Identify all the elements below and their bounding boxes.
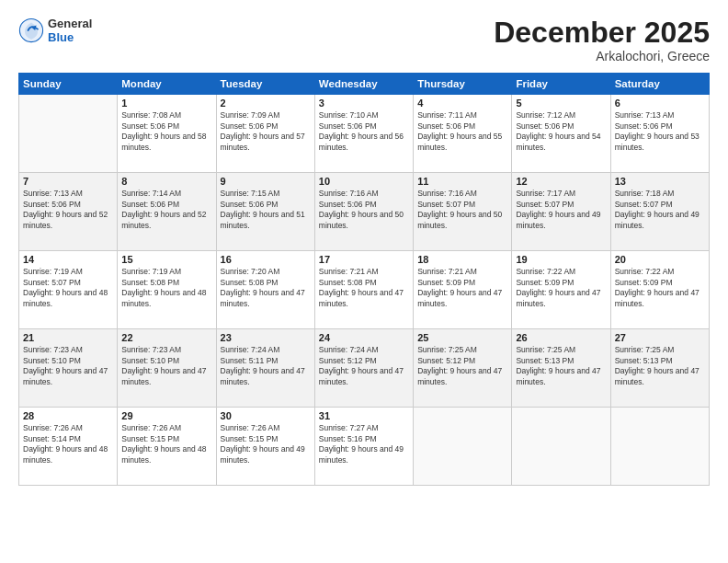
day-info: Sunrise: 7:17 AM Sunset: 5:07 PM Dayligh… [516, 189, 606, 231]
day-info: Sunrise: 7:27 AM Sunset: 5:16 PM Dayligh… [319, 423, 409, 465]
day-number: 11 [417, 176, 507, 187]
day-cell: 7Sunrise: 7:13 AM Sunset: 5:06 PM Daylig… [19, 173, 118, 251]
day-info: Sunrise: 7:19 AM Sunset: 5:07 PM Dayligh… [23, 267, 113, 309]
day-number: 17 [319, 254, 409, 265]
day-cell: 9Sunrise: 7:15 AM Sunset: 5:06 PM Daylig… [216, 173, 314, 251]
logo: General Blue [18, 17, 92, 44]
day-info: Sunrise: 7:15 AM Sunset: 5:06 PM Dayligh… [221, 189, 311, 231]
day-info: Sunrise: 7:23 AM Sunset: 5:10 PM Dayligh… [121, 345, 211, 387]
day-cell [610, 408, 709, 486]
day-number: 21 [23, 332, 113, 343]
day-info: Sunrise: 7:20 AM Sunset: 5:08 PM Dayligh… [221, 267, 311, 309]
logo-blue-text: Blue [48, 30, 92, 44]
day-number: 15 [121, 254, 211, 265]
day-cell: 13Sunrise: 7:18 AM Sunset: 5:07 PM Dayli… [610, 173, 709, 251]
day-cell: 11Sunrise: 7:16 AM Sunset: 5:07 PM Dayli… [414, 173, 512, 251]
day-cell: 20Sunrise: 7:22 AM Sunset: 5:09 PM Dayli… [610, 251, 709, 329]
day-number: 4 [417, 98, 507, 109]
location: Arkalochori, Greece [494, 49, 710, 63]
day-info: Sunrise: 7:21 AM Sunset: 5:09 PM Dayligh… [417, 267, 507, 309]
day-cell: 16Sunrise: 7:20 AM Sunset: 5:08 PM Dayli… [216, 251, 314, 329]
day-cell: 28Sunrise: 7:26 AM Sunset: 5:14 PM Dayli… [19, 408, 118, 486]
day-info: Sunrise: 7:21 AM Sunset: 5:08 PM Dayligh… [319, 267, 409, 309]
day-info: Sunrise: 7:25 AM Sunset: 5:13 PM Dayligh… [615, 345, 705, 387]
logo-icon [18, 17, 44, 43]
day-info: Sunrise: 7:09 AM Sunset: 5:06 PM Dayligh… [221, 110, 311, 153]
day-cell: 14Sunrise: 7:19 AM Sunset: 5:07 PM Dayli… [19, 251, 118, 329]
day-info: Sunrise: 7:26 AM Sunset: 5:15 PM Dayligh… [221, 423, 311, 465]
day-info: Sunrise: 7:23 AM Sunset: 5:10 PM Dayligh… [23, 345, 113, 387]
day-info: Sunrise: 7:16 AM Sunset: 5:06 PM Dayligh… [319, 189, 409, 231]
day-number: 24 [319, 332, 409, 343]
col-header-wednesday: Wednesday [314, 74, 413, 95]
day-cell [512, 408, 610, 486]
header: General Blue December 2025 Arkalochori, … [18, 17, 710, 63]
day-number: 2 [221, 98, 311, 109]
day-info: Sunrise: 7:13 AM Sunset: 5:06 PM Dayligh… [615, 110, 705, 153]
day-cell: 6Sunrise: 7:13 AM Sunset: 5:06 PM Daylig… [610, 95, 709, 173]
day-cell: 23Sunrise: 7:24 AM Sunset: 5:11 PM Dayli… [216, 329, 314, 408]
day-cell: 22Sunrise: 7:23 AM Sunset: 5:10 PM Dayli… [118, 329, 216, 408]
day-info: Sunrise: 7:19 AM Sunset: 5:08 PM Dayligh… [121, 267, 211, 309]
day-number: 12 [516, 176, 606, 187]
col-header-monday: Monday [118, 74, 216, 95]
week-row-3: 14Sunrise: 7:19 AM Sunset: 5:07 PM Dayli… [19, 251, 710, 329]
day-cell: 29Sunrise: 7:26 AM Sunset: 5:15 PM Dayli… [118, 408, 216, 486]
month-title: December 2025 [494, 17, 710, 49]
day-number: 8 [121, 176, 211, 187]
day-cell: 2Sunrise: 7:09 AM Sunset: 5:06 PM Daylig… [216, 95, 314, 173]
day-number: 13 [615, 176, 705, 187]
col-header-tuesday: Tuesday [216, 74, 314, 95]
day-cell: 15Sunrise: 7:19 AM Sunset: 5:08 PM Dayli… [118, 251, 216, 329]
day-info: Sunrise: 7:25 AM Sunset: 5:13 PM Dayligh… [516, 345, 606, 387]
day-cell: 4Sunrise: 7:11 AM Sunset: 5:06 PM Daylig… [414, 95, 512, 173]
day-number: 3 [319, 98, 409, 109]
day-number: 20 [615, 254, 705, 265]
day-cell: 24Sunrise: 7:24 AM Sunset: 5:12 PM Dayli… [314, 329, 413, 408]
day-info: Sunrise: 7:25 AM Sunset: 5:12 PM Dayligh… [417, 345, 507, 387]
col-header-friday: Friday [512, 74, 610, 95]
day-cell: 31Sunrise: 7:27 AM Sunset: 5:16 PM Dayli… [314, 408, 413, 486]
col-header-saturday: Saturday [610, 74, 709, 95]
day-info: Sunrise: 7:26 AM Sunset: 5:15 PM Dayligh… [121, 423, 211, 465]
day-cell: 10Sunrise: 7:16 AM Sunset: 5:06 PM Dayli… [314, 173, 413, 251]
week-row-1: 1Sunrise: 7:08 AM Sunset: 5:06 PM Daylig… [19, 95, 710, 173]
day-number: 19 [516, 254, 606, 265]
day-cell: 30Sunrise: 7:26 AM Sunset: 5:15 PM Dayli… [216, 408, 314, 486]
day-cell: 21Sunrise: 7:23 AM Sunset: 5:10 PM Dayli… [19, 329, 118, 408]
day-number: 31 [319, 410, 409, 421]
day-info: Sunrise: 7:11 AM Sunset: 5:06 PM Dayligh… [417, 110, 507, 153]
col-header-thursday: Thursday [414, 74, 512, 95]
day-number: 5 [516, 98, 606, 109]
logo-general-text: General [48, 17, 92, 30]
calendar-table: SundayMondayTuesdayWednesdayThursdayFrid… [18, 73, 710, 486]
day-number: 27 [615, 332, 705, 343]
day-number: 7 [23, 176, 113, 187]
day-cell [19, 95, 118, 173]
day-info: Sunrise: 7:16 AM Sunset: 5:07 PM Dayligh… [417, 189, 507, 231]
day-info: Sunrise: 7:22 AM Sunset: 5:09 PM Dayligh… [516, 267, 606, 309]
day-number: 14 [23, 254, 113, 265]
logo-text: General Blue [48, 17, 92, 44]
day-cell: 5Sunrise: 7:12 AM Sunset: 5:06 PM Daylig… [512, 95, 610, 173]
header-row: SundayMondayTuesdayWednesdayThursdayFrid… [19, 74, 710, 95]
day-info: Sunrise: 7:08 AM Sunset: 5:06 PM Dayligh… [121, 110, 211, 153]
day-info: Sunrise: 7:26 AM Sunset: 5:14 PM Dayligh… [23, 423, 113, 465]
day-cell: 27Sunrise: 7:25 AM Sunset: 5:13 PM Dayli… [610, 329, 709, 408]
day-number: 25 [417, 332, 507, 343]
day-number: 18 [417, 254, 507, 265]
calendar-page: General Blue December 2025 Arkalochori, … [0, 0, 728, 563]
day-cell: 17Sunrise: 7:21 AM Sunset: 5:08 PM Dayli… [314, 251, 413, 329]
day-number: 22 [121, 332, 211, 343]
day-info: Sunrise: 7:24 AM Sunset: 5:11 PM Dayligh… [221, 345, 311, 387]
day-info: Sunrise: 7:10 AM Sunset: 5:06 PM Dayligh… [319, 110, 409, 153]
day-cell: 26Sunrise: 7:25 AM Sunset: 5:13 PM Dayli… [512, 329, 610, 408]
day-cell: 1Sunrise: 7:08 AM Sunset: 5:06 PM Daylig… [118, 95, 216, 173]
day-cell: 8Sunrise: 7:14 AM Sunset: 5:06 PM Daylig… [118, 173, 216, 251]
day-cell: 12Sunrise: 7:17 AM Sunset: 5:07 PM Dayli… [512, 173, 610, 251]
day-cell: 25Sunrise: 7:25 AM Sunset: 5:12 PM Dayli… [414, 329, 512, 408]
day-number: 29 [121, 410, 211, 421]
col-header-sunday: Sunday [19, 74, 118, 95]
day-info: Sunrise: 7:12 AM Sunset: 5:06 PM Dayligh… [516, 110, 606, 153]
week-row-4: 21Sunrise: 7:23 AM Sunset: 5:10 PM Dayli… [19, 329, 710, 408]
